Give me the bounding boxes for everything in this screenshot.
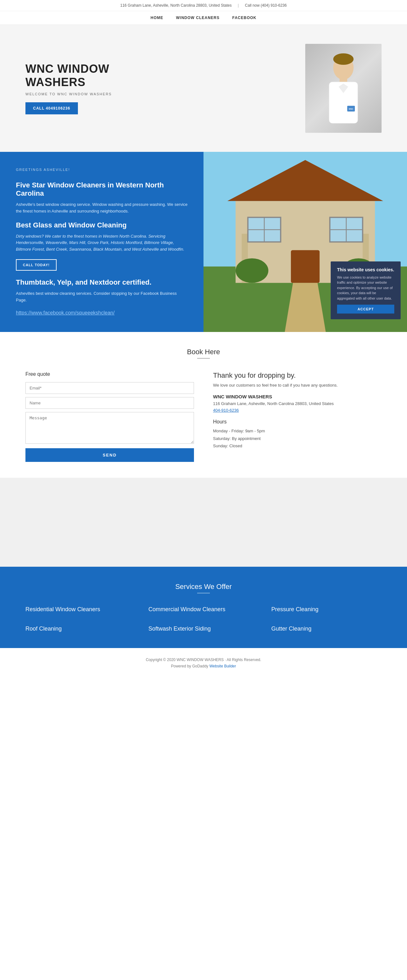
person-illustration: WNC [321,50,366,126]
services-title: Services We Offer [26,582,381,591]
facebook-link[interactable]: https://www.facebook.com/squeeekshclean/ [16,310,115,315]
send-button[interactable]: SEND [26,448,194,462]
hero-section: WNC WINDOW WASHERS WELCOME TO WNC WINDOW… [0,25,407,152]
contact-phone[interactable]: 404-910-6236 [213,408,381,413]
hours-text: Monday - Friday: 9am - 5pmSaturday: By a… [213,427,381,450]
powered-by-text: Powered by GoDaddy [171,664,208,668]
blue-heading-3: Thumbtack, Yelp, and Nextdoor certified. [16,278,188,286]
svg-text:WNC: WNC [349,108,354,110]
call-button[interactable]: CALL 4049106236 [26,102,78,115]
blue-para-3: Ashevilles best window cleaning services… [16,290,188,304]
blue-heading-1: Five Star Window Cleaners in Western Nor… [16,181,188,197]
hero-image: WNC [305,44,381,133]
cookie-banner: This website uses cookies. We use cookie… [331,261,401,320]
form-title: Free quote [26,371,194,377]
service-roof: Roof Cleaning [26,625,136,632]
nav-home[interactable]: HOME [150,16,163,20]
website-builder-link[interactable]: Website Builder [209,664,236,668]
hours-title: Hours [213,419,381,425]
main-nav: HOME WINDOW CLEANERS FACEBOOK [0,11,407,25]
svg-rect-13 [291,250,319,283]
cookie-body: We use cookies to analyze website traffi… [337,275,394,301]
book-divider [197,358,210,359]
company-name: WNC WINDOW WASHERS [213,394,381,399]
nav-facebook[interactable]: FACEBOOK [232,16,256,20]
contact-subheading: We love our customers so feel free to ca… [213,383,381,388]
gap-section [0,478,407,567]
hero-text: WNC WINDOW WASHERS WELCOME TO WNC WINDOW… [26,62,153,115]
book-grid: Free quote SEND Thank you for dropping b… [26,371,381,462]
blue-para-2: Dirty windows? We cater to the finest ho… [16,233,188,253]
book-contact-col: Thank you for dropping by. We love our c… [213,371,381,462]
message-field[interactable] [26,412,194,444]
services-grid: Residential Window Cleaners Commercial W… [26,606,381,632]
footer-powered: Powered by GoDaddy Website Builder [10,664,397,668]
footer: Copyright © 2020 WNC WINDOW WASHERS · Al… [0,648,407,680]
address-text: 116 Graham Lane, Asheville, North Caroli… [120,3,231,8]
svg-point-20 [236,258,268,283]
services-divider [197,593,210,593]
book-section: Book Here Free quote SEND Thank you for … [0,332,407,478]
contact-address: 116 Graham Lane, Asheville, North Caroli… [213,401,381,406]
blue-para-1: Asheville's best window cleaning service… [16,201,188,215]
call-text: Call now (404) 910-6236 [245,3,286,8]
greeting-text: GREETINGS ASHEVILLE! [16,168,188,172]
call-today-button[interactable]: CALL TODAY! [16,259,57,270]
hero-title: WNC WINDOW WASHERS [26,62,153,89]
service-commercial: Commercial Window Cleaners [148,606,259,613]
top-bar: 116 Graham Lane, Asheville, North Caroli… [0,0,407,11]
book-form-col: Free quote SEND [26,371,194,462]
contact-heading: Thank you for dropping by. [213,371,381,380]
blue-section: GREETINGS ASHEVILLE! Five Star Window Cl… [0,152,407,332]
service-residential: Residential Window Cleaners [26,606,136,613]
email-field[interactable] [26,382,194,394]
nav-window-cleaners[interactable]: WINDOW CLEANERS [176,16,219,20]
cookie-title: This website uses cookies. [337,267,394,272]
service-softwash: Softwash Exterior Siding [148,625,259,632]
blue-heading-2: Best Glass and Window Cleaning [16,221,188,229]
svg-point-1 [333,53,354,65]
service-pressure: Pressure Cleaning [271,606,381,613]
cookie-accept-button[interactable]: ACCEPT [337,305,394,313]
hero-subtitle: WELCOME TO WNC WINDOW WASHERS [26,92,153,96]
footer-copyright: Copyright © 2020 WNC WINDOW WASHERS · Al… [10,657,397,662]
services-section: Services We Offer Residential Window Cle… [0,567,407,648]
hero-image-placeholder: WNC [305,44,381,133]
blue-content: GREETINGS ASHEVILLE! Five Star Window Cl… [0,152,203,332]
name-field[interactable] [26,397,194,409]
book-title: Book Here [26,348,381,356]
divider: | [238,3,239,8]
blue-right-image: This website uses cookies. We use cookie… [203,152,407,332]
service-gutter: Gutter Cleaning [271,625,381,632]
